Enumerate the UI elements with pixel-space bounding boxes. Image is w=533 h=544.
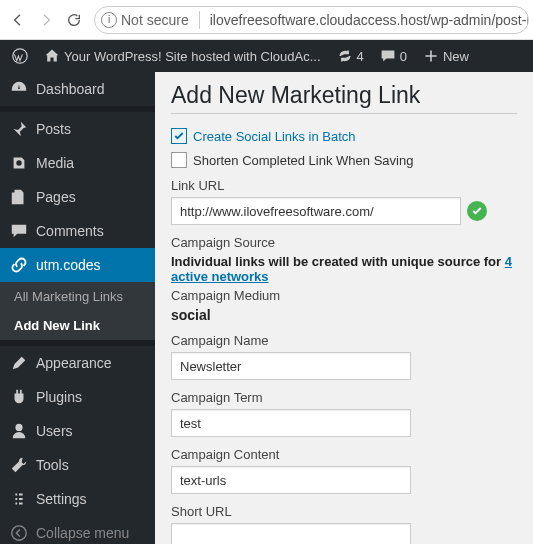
pin-icon xyxy=(10,120,28,138)
home-icon xyxy=(44,48,60,64)
sidebar-item-appearance[interactable]: Appearance xyxy=(0,346,155,380)
plugin-icon xyxy=(10,388,28,406)
sidebar-item-label: Comments xyxy=(36,223,104,239)
back-button[interactable] xyxy=(4,6,32,34)
media-icon xyxy=(10,154,28,172)
address-bar[interactable]: i Not secure ilovefreesoftware.cloudacce… xyxy=(94,6,529,34)
site-home-link[interactable]: Your WordPress! Site hosted with CloudAc… xyxy=(38,40,327,72)
sidebar-item-label: Posts xyxy=(36,121,71,137)
sidebar-item-posts[interactable]: Posts xyxy=(0,112,155,146)
link-icon xyxy=(10,256,28,274)
campaign-name-input[interactable] xyxy=(171,352,411,380)
settings-icon xyxy=(10,490,28,508)
info-icon: i xyxy=(101,12,117,28)
reload-button[interactable] xyxy=(60,6,88,34)
valid-icon xyxy=(467,201,487,221)
campaign-term-label: Campaign Term xyxy=(171,390,517,405)
sidebar-collapse[interactable]: Collapse menu xyxy=(0,516,155,544)
checkbox-batch-label: Create Social Links in Batch xyxy=(193,129,356,144)
checkbox-empty-icon xyxy=(171,152,187,168)
sidebar-item-pages[interactable]: Pages xyxy=(0,180,155,214)
sidebar-item-label: Appearance xyxy=(36,355,112,371)
campaign-term-input[interactable] xyxy=(171,409,411,437)
users-icon xyxy=(10,422,28,440)
admin-sidebar: Dashboard Posts Media Pages Comments utm… xyxy=(0,72,155,544)
sidebar-item-dashboard[interactable]: Dashboard xyxy=(0,72,155,106)
sidebar-item-label: Users xyxy=(36,423,73,439)
plus-icon xyxy=(423,48,439,64)
sidebar-item-users[interactable]: Users xyxy=(0,414,155,448)
browser-toolbar: i Not secure ilovefreesoftware.cloudacce… xyxy=(0,0,533,40)
dashboard-icon xyxy=(10,80,28,98)
forward-button[interactable] xyxy=(32,6,60,34)
sidebar-submenu-utmcodes: All Marketing Links Add New Link xyxy=(0,282,155,340)
submenu-add-new-link[interactable]: Add New Link xyxy=(0,311,155,340)
source-note-text: Individual links will be created with un… xyxy=(171,254,505,269)
main-content: Add New Marketing Link Create Social Lin… xyxy=(155,72,533,544)
campaign-content-label: Campaign Content xyxy=(171,447,517,462)
link-url-input[interactable] xyxy=(171,197,461,225)
updates-count: 4 xyxy=(357,49,364,64)
pages-icon xyxy=(10,188,28,206)
title-rule xyxy=(171,113,517,114)
submenu-all-links[interactable]: All Marketing Links xyxy=(0,282,155,311)
sidebar-item-utmcodes[interactable]: utm.codes xyxy=(0,248,155,282)
sidebar-item-label: Media xyxy=(36,155,74,171)
new-content-link[interactable]: New xyxy=(417,40,475,72)
updates-link[interactable]: 4 xyxy=(331,40,370,72)
wp-admin-bar: Your WordPress! Site hosted with CloudAc… xyxy=(0,40,533,72)
divider xyxy=(199,11,200,29)
sidebar-item-label: Settings xyxy=(36,491,87,507)
checkbox-shorten[interactable]: Shorten Completed Link When Saving xyxy=(171,152,517,168)
campaign-source-label: Campaign Source xyxy=(171,235,517,250)
wp-logo[interactable] xyxy=(6,40,34,72)
link-url-label: Link URL xyxy=(171,178,517,193)
sidebar-item-label: Plugins xyxy=(36,389,82,405)
campaign-medium-label: Campaign Medium xyxy=(171,288,517,303)
svg-point-1 xyxy=(12,526,26,540)
short-url-label: Short URL xyxy=(171,504,517,519)
checkbox-shorten-label: Shorten Completed Link When Saving xyxy=(193,153,413,168)
sidebar-item-comments[interactable]: Comments xyxy=(0,214,155,248)
campaign-source-note: Individual links will be created with un… xyxy=(171,254,517,284)
comments-count: 0 xyxy=(400,49,407,64)
site-name: Your WordPress! Site hosted with CloudAc… xyxy=(64,49,321,64)
sidebar-item-label: Dashboard xyxy=(36,81,105,97)
sidebar-item-label: Collapse menu xyxy=(36,525,129,541)
checkbox-batch[interactable]: Create Social Links in Batch xyxy=(171,128,517,144)
security-status: Not secure xyxy=(121,12,189,28)
sidebar-item-label: Tools xyxy=(36,457,69,473)
appearance-icon xyxy=(10,354,28,372)
campaign-content-input[interactable] xyxy=(171,466,411,494)
campaign-name-label: Campaign Name xyxy=(171,333,517,348)
campaign-medium-value: social xyxy=(171,307,517,323)
sidebar-item-media[interactable]: Media xyxy=(0,146,155,180)
checkbox-checked-icon xyxy=(171,128,187,144)
sidebar-item-plugins[interactable]: Plugins xyxy=(0,380,155,414)
comments-icon xyxy=(10,222,28,240)
updates-icon xyxy=(337,48,353,64)
sidebar-item-tools[interactable]: Tools xyxy=(0,448,155,482)
sidebar-item-settings[interactable]: Settings xyxy=(0,482,155,516)
comments-link[interactable]: 0 xyxy=(374,40,413,72)
short-url-input[interactable] xyxy=(171,523,411,544)
tools-icon xyxy=(10,456,28,474)
comment-icon xyxy=(380,48,396,64)
url-text: ilovefreesoftware.cloudaccess.host/wp-ad… xyxy=(210,12,529,28)
page-title: Add New Marketing Link xyxy=(171,82,517,109)
collapse-icon xyxy=(10,524,28,542)
new-label: New xyxy=(443,49,469,64)
sidebar-item-label: Pages xyxy=(36,189,76,205)
sidebar-item-label: utm.codes xyxy=(36,257,101,273)
